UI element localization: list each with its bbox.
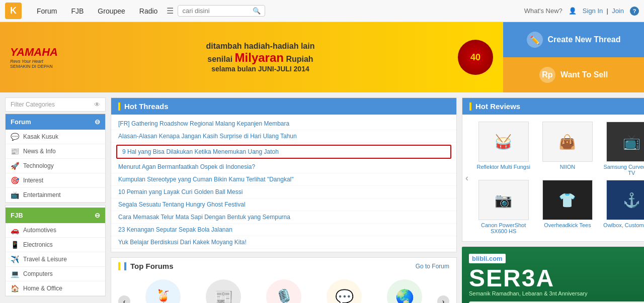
- forums-carousel: ‹ 🍹 The Lounge 📰 Berita Dan Politik 🎙️ P…: [111, 274, 456, 303]
- sidebar-item-computers[interactable]: 💻 Computers: [6, 267, 105, 281]
- forum-item-lounge[interactable]: 🍹 The Lounge: [135, 279, 191, 303]
- news-icon: 📰: [11, 147, 19, 155]
- create-thread-button[interactable]: ✏️ Create New Thread: [503, 22, 644, 57]
- header-right: What's New? 👤 Sign In | Join ?: [524, 7, 639, 16]
- thread-item[interactable]: Alasan-Alasan Kenapa Jangan Kasih Surpri…: [111, 130, 456, 143]
- banner-text: ditambah hadiah-hadiah lain senilai Mily…: [68, 42, 453, 73]
- nav-forum[interactable]: Forum: [30, 7, 64, 15]
- yamaha-sub: SEMAKIN DI DEPAN: [10, 64, 53, 69]
- sign-in-link[interactable]: Sign In: [583, 7, 603, 15]
- sidebar-section-forum: Forum ⊖ 💬 Kasak Kusuk 📰 News & Info 🚀 Te…: [5, 114, 106, 203]
- review-item-1[interactable]: 👜 NIION: [537, 122, 597, 176]
- thread-item[interactable]: Cara Memasak Telur Mata Sapi Dengan Bent…: [111, 211, 456, 224]
- banner-area: YAMAHA Revs Your Heart SEMAKIN DI DEPAN …: [0, 22, 644, 92]
- top-forums-header: Top Forums Go to Forum: [111, 258, 456, 274]
- thread-list: [FR] Gathering Roadshow Regional Malang …: [111, 115, 456, 252]
- sidebar-item-home-office[interactable]: 🏠 Home & Office: [6, 281, 105, 296]
- nav-radio[interactable]: Radio: [132, 7, 165, 15]
- forum-item-blog[interactable]: 💬 B-Log Collections: [316, 279, 372, 303]
- help-icon[interactable]: ?: [630, 7, 639, 16]
- nav-groupee[interactable]: Groupee: [91, 7, 132, 15]
- kalimantan-icon: 🌏: [387, 279, 422, 303]
- thread-item[interactable]: Yuk Belajar Berdiskusi Dari Kakek Moyang…: [111, 236, 456, 249]
- blibli-series: SER3A: [469, 266, 644, 290]
- sidebar-item-label: Home & Office: [23, 285, 62, 292]
- review-img-3: 📷: [478, 180, 529, 220]
- thread-item-highlighted[interactable]: 9 Hal yang Bisa Dilakukan Ketika Menemuk…: [116, 145, 451, 159]
- right-col: Hot Reviews ‹ 🥁 Reflektor Multi Fungsi 👜…: [462, 97, 644, 303]
- tv-icon: 📺: [11, 191, 19, 199]
- sidebar-item-label: Electronics: [23, 241, 53, 248]
- go-to-forum-link[interactable]: Go to Forum: [416, 263, 449, 270]
- plane-icon: ✈️: [11, 255, 19, 263]
- home-icon: 🏠: [11, 284, 19, 292]
- review-img-4: 👕: [542, 180, 593, 220]
- hot-threads-section: Hot Threads [FR] Gathering Roadshow Regi…: [111, 97, 457, 252]
- sidebar-item-label: News & Info: [23, 148, 56, 155]
- forum-item-pilih-capres[interactable]: 🎙️ Pilih Capres New: [256, 279, 311, 303]
- banner: YAMAHA Revs Your Heart SEMAKIN DI DEPAN …: [0, 22, 503, 92]
- review-label-0: Reflektor Multi Fungsi: [476, 164, 530, 170]
- blibli-ad: blibli.com SER3A Semanik Ramadhan, Lebar…: [462, 247, 644, 303]
- filter-icon[interactable]: 👁: [94, 101, 100, 108]
- rp-icon: Rp: [539, 67, 555, 83]
- user-icon: 👤: [569, 7, 577, 15]
- nav-fjb[interactable]: FJB: [64, 7, 91, 15]
- sidebar-item-label: Interest: [23, 177, 43, 184]
- banner-badge: 40: [458, 40, 493, 75]
- chevron-icon: ⊖: [95, 118, 100, 126]
- logo-letter: K: [10, 6, 17, 16]
- thread-item[interactable]: 10 Pemain yang Layak Curi Golden Ball Me…: [111, 186, 456, 198]
- whats-new[interactable]: What's New?: [524, 7, 562, 15]
- review-item-3[interactable]: 📷 Canon PowerShot SX600 HS: [473, 180, 533, 234]
- search-icon[interactable]: 🔍: [253, 7, 261, 15]
- want-to-sell-button[interactable]: Rp Want To Sell: [503, 57, 644, 92]
- sidebar-item-label: Computers: [23, 270, 53, 277]
- lounge-icon: 🍹: [145, 279, 181, 303]
- logo[interactable]: K: [5, 3, 22, 19]
- forum-item-kalimantan[interactable]: 🌏 Kalimantan Barat: [377, 279, 432, 303]
- join-link[interactable]: Join: [612, 7, 624, 15]
- thread-item[interactable]: [FR] Gathering Roadshow Regional Malang …: [111, 118, 456, 130]
- sidebar-item-electronics[interactable]: 📱 Electronics: [6, 238, 105, 252]
- sidebar-item-travel[interactable]: ✈️ Travel & Leisure: [6, 252, 105, 267]
- filter-header: Filter Categories 👁: [5, 97, 106, 112]
- forum-item-berita[interactable]: 📰 Berita Dan Politik: [196, 279, 251, 303]
- sidebar-item-entertainment[interactable]: 📺 Entertainment: [6, 188, 105, 203]
- sidebar-item-interest[interactable]: 🎯 Interest: [6, 173, 105, 188]
- left-col: Hot Threads [FR] Gathering Roadshow Regi…: [111, 97, 457, 303]
- yamaha-logo: YAMAHA: [10, 46, 58, 59]
- sidebar-item-label: Entertainment: [23, 191, 61, 198]
- review-item-4[interactable]: 👕 Overheadkick Tees: [537, 180, 597, 234]
- phone-icon: 📱: [11, 241, 19, 249]
- sidebar: Filter Categories 👁 Forum ⊖ 💬 Kasak Kusu…: [5, 97, 106, 303]
- header: K Forum FJB Groupee Radio ☰ 🔍 What's New…: [0, 0, 644, 22]
- sidebar-item-label: Automotives: [23, 227, 56, 234]
- thread-item[interactable]: 23 Kenangan Seputar Sepak Bola Jalanan: [111, 224, 456, 236]
- review-item-5[interactable]: ⚓ Owlbox, Custom Pillow: [602, 180, 644, 234]
- fjb-section-header[interactable]: FJB ⊖: [6, 208, 105, 223]
- forum-section-header[interactable]: Forum ⊖: [6, 114, 105, 130]
- sidebar-item-label: Kasak Kusuk: [23, 133, 58, 140]
- banner-highlight: Milyaran: [235, 51, 284, 64]
- search-input[interactable]: [182, 7, 253, 15]
- carousel-prev-button[interactable]: ‹: [118, 295, 130, 303]
- main-layout: Filter Categories 👁 Forum ⊖ 💬 Kasak Kusu…: [0, 92, 644, 303]
- carousel-next-button[interactable]: ›: [437, 295, 449, 303]
- review-item-0[interactable]: 🥁 Reflektor Multi Fungsi: [473, 122, 533, 176]
- sidebar-item-automotives[interactable]: 🚗 Automotives: [6, 223, 105, 238]
- sidebar-section-fjb: FJB ⊖ 🚗 Automotives 📱 Electronics ✈️ Tra…: [5, 205, 106, 296]
- banner-line4: selama bulan JUNI-JULI 2014: [68, 65, 453, 73]
- thread-item[interactable]: Kumpulan Stereotype yang Cuman Bikin Kam…: [111, 173, 456, 186]
- thread-item[interactable]: Menurut Agan Bermanfaatkah Ospek di Indo…: [111, 161, 456, 173]
- thread-item[interactable]: Segala Sesuatu Tentang Hungry Ghost Fest…: [111, 198, 456, 211]
- sidebar-item-technology[interactable]: 🚀 Technology: [6, 159, 105, 173]
- hamburger-icon[interactable]: ☰: [167, 6, 174, 16]
- chevron-icon2: ⊖: [95, 212, 100, 219]
- sidebar-item-kasak[interactable]: 💬 Kasak Kusuk: [6, 130, 105, 144]
- sidebar-item-news[interactable]: 📰 News & Info: [6, 144, 105, 159]
- review-item-2[interactable]: 📺 Samsung Curved UHD TV: [602, 122, 644, 176]
- banner-actions: ✏️ Create New Thread Rp Want To Sell: [503, 22, 644, 92]
- review-img-5: ⚓: [606, 180, 644, 220]
- target-icon: 🎯: [11, 176, 19, 184]
